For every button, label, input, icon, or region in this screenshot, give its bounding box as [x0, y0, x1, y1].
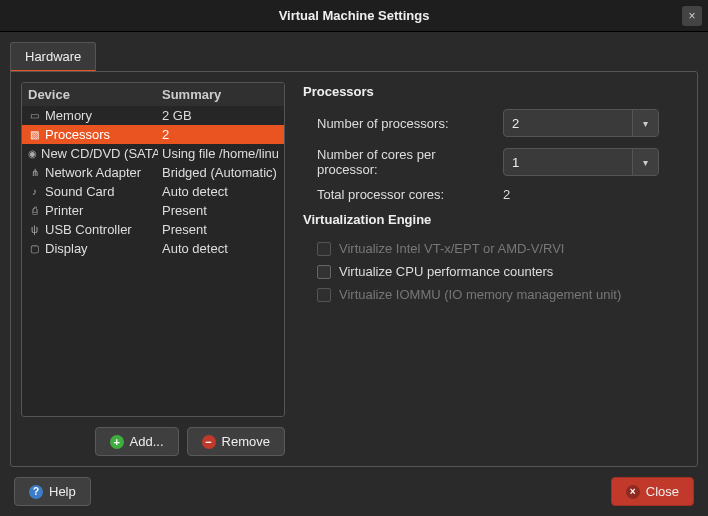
memory-icon: ▭	[28, 109, 41, 122]
chevron-down-icon: ▾	[643, 118, 648, 129]
device-name: New CD/DVD (SATA)	[41, 146, 158, 161]
check-vtx: Virtualize Intel VT-x/EPT or AMD-V/RVI	[303, 237, 683, 260]
help-button[interactable]: ? Help	[14, 477, 91, 506]
col-device: Device	[28, 87, 162, 102]
device-name: USB Controller	[45, 222, 132, 237]
add-button-label: Add...	[130, 434, 164, 449]
footer: ? Help × Close	[10, 467, 698, 516]
window-title: Virtual Machine Settings	[279, 8, 430, 23]
check-vtx-label: Virtualize Intel VT-x/EPT or AMD-V/RVI	[339, 241, 564, 256]
content-area: Hardware Device Summary ▭Memory2 GB▧Proc…	[0, 32, 708, 516]
processors-title: Processors	[303, 84, 683, 99]
col-summary: Summary	[162, 87, 221, 102]
split: Device Summary ▭Memory2 GB▧Processors2◉N…	[21, 82, 687, 456]
device-cell: ◉New CD/DVD (SATA)	[28, 146, 158, 161]
num-processors-dropdown[interactable]: ▾	[632, 110, 658, 136]
sound-icon: ♪	[28, 185, 41, 198]
add-button[interactable]: + Add...	[95, 427, 179, 456]
check-iommu: Virtualize IOMMU (IO memory management u…	[303, 283, 683, 306]
printer-icon: ⎙	[28, 204, 41, 217]
device-name: Processors	[45, 127, 110, 142]
minus-icon: −	[202, 435, 216, 449]
table-row[interactable]: ◉New CD/DVD (SATA)Using file /home/linux…	[22, 144, 284, 163]
network-icon: ⋔	[28, 166, 41, 179]
cores-per-proc-value: 1	[504, 149, 632, 175]
device-cell: ψUSB Controller	[28, 222, 158, 237]
total-cores-value: 2	[503, 187, 659, 202]
cores-per-proc-combo[interactable]: 1 ▾	[503, 148, 659, 176]
table-row[interactable]: ⋔Network AdapterBridged (Automatic)	[22, 163, 284, 182]
table-row[interactable]: ♪Sound CardAuto detect	[22, 182, 284, 201]
device-name: Memory	[45, 108, 92, 123]
table-row[interactable]: ▭Memory2 GB	[22, 106, 284, 125]
device-buttons: + Add... − Remove	[21, 427, 285, 456]
table-row[interactable]: ▧Processors2	[22, 125, 284, 144]
device-cell: ⎙Printer	[28, 203, 158, 218]
device-summary: Auto detect	[162, 184, 278, 199]
table-row[interactable]: ▢DisplayAuto detect	[22, 239, 284, 258]
device-summary: Present	[162, 203, 278, 218]
remove-button-label: Remove	[222, 434, 270, 449]
checkbox-icon	[317, 288, 331, 302]
row-num-processors: Number of processors: 2 ▾	[303, 109, 683, 137]
device-cell: ♪Sound Card	[28, 184, 158, 199]
row-total-cores: Total processor cores: 2	[303, 187, 683, 202]
help-button-label: Help	[49, 484, 76, 499]
remove-button[interactable]: − Remove	[187, 427, 285, 456]
processor-icon: ▧	[28, 128, 41, 141]
device-cell: ▢Display	[28, 241, 158, 256]
close-icon: ×	[626, 485, 640, 499]
device-name: Sound Card	[45, 184, 114, 199]
device-summary: Auto detect	[162, 241, 278, 256]
table-row[interactable]: ⎙PrinterPresent	[22, 201, 284, 220]
device-name: Printer	[45, 203, 83, 218]
right-pane: Processors Number of processors: 2 ▾ Num…	[299, 82, 687, 456]
device-summary: 2 GB	[162, 108, 278, 123]
check-cpu-perf[interactable]: Virtualize CPU performance counters	[303, 260, 683, 283]
chevron-down-icon: ▾	[643, 157, 648, 168]
virt-engine-title: Virtualization Engine	[303, 212, 683, 227]
device-name: Network Adapter	[45, 165, 141, 180]
device-table-header: Device Summary	[22, 83, 284, 106]
checkbox-icon	[317, 242, 331, 256]
device-table: Device Summary ▭Memory2 GB▧Processors2◉N…	[21, 82, 285, 417]
checkbox-icon	[317, 265, 331, 279]
device-summary: Present	[162, 222, 278, 237]
display-icon: ▢	[28, 242, 41, 255]
cores-per-proc-dropdown[interactable]: ▾	[632, 149, 658, 175]
device-cell: ⋔Network Adapter	[28, 165, 158, 180]
close-button[interactable]: × Close	[611, 477, 694, 506]
check-iommu-label: Virtualize IOMMU (IO memory management u…	[339, 287, 621, 302]
usb-icon: ψ	[28, 223, 41, 236]
window-close-button[interactable]: ×	[682, 6, 702, 26]
check-cpu-perf-label: Virtualize CPU performance counters	[339, 264, 553, 279]
device-cell: ▧Processors	[28, 127, 158, 142]
disc-icon: ◉	[28, 147, 37, 160]
device-table-body: ▭Memory2 GB▧Processors2◉New CD/DVD (SATA…	[22, 106, 284, 416]
close-button-label: Close	[646, 484, 679, 499]
device-summary: 2	[162, 127, 278, 142]
num-processors-label: Number of processors:	[303, 116, 495, 131]
help-icon: ?	[29, 485, 43, 499]
num-processors-combo[interactable]: 2 ▾	[503, 109, 659, 137]
left-pane: Device Summary ▭Memory2 GB▧Processors2◉N…	[21, 82, 285, 456]
hardware-panel: Device Summary ▭Memory2 GB▧Processors2◉N…	[10, 71, 698, 467]
device-name: Display	[45, 241, 88, 256]
close-icon: ×	[688, 9, 695, 23]
device-cell: ▭Memory	[28, 108, 158, 123]
device-summary: Using file /home/linuxte	[162, 146, 278, 161]
total-cores-label: Total processor cores:	[303, 187, 495, 202]
table-row[interactable]: ψUSB ControllerPresent	[22, 220, 284, 239]
titlebar: Virtual Machine Settings ×	[0, 0, 708, 32]
cores-per-proc-label: Number of cores per processor:	[303, 147, 495, 177]
row-cores-per-proc: Number of cores per processor: 1 ▾	[303, 147, 683, 177]
plus-icon: +	[110, 435, 124, 449]
tab-hardware[interactable]: Hardware	[10, 42, 96, 72]
tabs: Hardware	[10, 42, 698, 71]
num-processors-value: 2	[504, 110, 632, 136]
device-summary: Bridged (Automatic)	[162, 165, 278, 180]
